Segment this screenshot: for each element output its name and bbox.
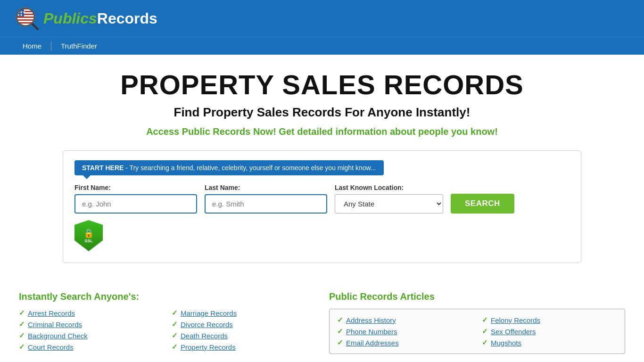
check-icon: ✓	[337, 327, 343, 336]
list-item: ✓ Death Records	[172, 331, 315, 340]
tooltip-text: - Try searching a friend, relative, cele…	[124, 164, 376, 172]
nav-divider	[51, 41, 51, 51]
check-icon: ✓	[482, 316, 488, 324]
main-nav: Home TruthFinder	[0, 37, 644, 55]
bottom-section: Instantly Search Anyone's: ✓ Arrest Reco…	[0, 287, 644, 359]
svg-rect-6	[17, 16, 34, 18]
article-item: ✓ Sex Offenders	[482, 327, 617, 336]
check-icon: ✓	[172, 343, 178, 351]
property-records-link[interactable]: Property Records	[181, 343, 236, 351]
check-icon: ✓	[172, 309, 178, 317]
article-item: ✓ Address History	[337, 316, 472, 324]
lock-icon: 🔒	[83, 228, 94, 239]
check-icon: ✓	[337, 316, 343, 324]
instantly-search-heading: Instantly Search Anyone's:	[19, 291, 315, 302]
articles-col: Public Records Articles ✓ Address Histor…	[329, 291, 625, 354]
divorce-records-link[interactable]: Divorce Records	[181, 321, 233, 329]
main-content: PROPERTY SALES RECORDS Find Property Sal…	[0, 55, 644, 287]
page-subtitle: Find Property Sales Records For Anyone I…	[19, 105, 625, 120]
nav-home[interactable]: Home	[14, 37, 50, 55]
check-icon: ✓	[482, 327, 488, 336]
logo[interactable]: ★★★ ★★ PublicsRecords	[14, 6, 157, 31]
article-item: ✓ Mugshots	[482, 338, 617, 347]
last-name-group: Last Name:	[205, 184, 327, 214]
marriage-records-link[interactable]: Marriage Records	[181, 309, 237, 317]
search-tooltip: START HERE - Try searching a friend, rel…	[74, 160, 384, 175]
first-name-group: First Name:	[74, 184, 197, 214]
check-icon: ✓	[482, 338, 488, 347]
tooltip-bold: START HERE	[82, 164, 124, 172]
articles-box: ✓ Address History ✓ Felony Records ✓ Pho…	[329, 309, 625, 354]
list-item: ✓ Background Check	[19, 331, 162, 340]
svg-rect-7	[17, 19, 34, 21]
location-group: Last Known Location: Any State Alabama A…	[335, 184, 443, 214]
state-select[interactable]: Any State Alabama Alaska Arizona Califor…	[335, 194, 443, 214]
check-icon: ✓	[172, 320, 178, 329]
articles-grid: ✓ Address History ✓ Felony Records ✓ Pho…	[337, 316, 617, 347]
first-name-input[interactable]	[74, 194, 197, 214]
mugshots-link[interactable]: Mugshots	[491, 339, 521, 347]
list-item: ✓ Divorce Records	[172, 320, 315, 329]
criminal-records-link[interactable]: Criminal Records	[28, 321, 82, 329]
court-records-link[interactable]: Court Records	[28, 343, 74, 351]
check-icon: ✓	[19, 331, 25, 340]
page-title: PROPERTY SALES RECORDS	[19, 69, 625, 100]
arrest-records-link[interactable]: Arrest Records	[28, 309, 75, 317]
article-item: ✓ Email Addresses	[337, 338, 472, 347]
check-icon: ✓	[19, 343, 25, 351]
check-icon: ✓	[19, 320, 25, 329]
search-form: START HERE - Try searching a friend, rel…	[63, 150, 581, 263]
felony-records-link[interactable]: Felony Records	[491, 316, 540, 324]
list-item: ✓ Court Records	[19, 343, 162, 351]
first-name-label: First Name:	[74, 184, 197, 191]
list-item: ✓ Property Records	[172, 343, 315, 351]
background-check-link[interactable]: Background Check	[28, 332, 88, 340]
list-item: ✓ Arrest Records	[19, 309, 162, 317]
check-icon: ✓	[19, 309, 25, 317]
email-addresses-link[interactable]: Email Addresses	[346, 339, 399, 347]
ssl-shield: 🔒 SSL	[74, 220, 103, 251]
death-records-link[interactable]: Death Records	[181, 332, 228, 340]
search-fields-row: First Name: Last Name: Last Known Locati…	[74, 184, 570, 214]
article-item: ✓ Felony Records	[482, 316, 617, 324]
instantly-search-col: Instantly Search Anyone's: ✓ Arrest Reco…	[19, 291, 315, 354]
address-history-link[interactable]: Address History	[346, 316, 396, 324]
location-label: Last Known Location:	[335, 184, 443, 191]
svg-line-12	[32, 24, 38, 29]
last-name-input[interactable]	[205, 194, 327, 214]
articles-heading: Public Records Articles	[329, 291, 625, 302]
logo-icon: ★★★ ★★	[14, 6, 40, 31]
article-item: ✓ Phone Numbers	[337, 327, 472, 336]
logo-text: PublicsRecords	[43, 10, 157, 27]
check-icon: ✓	[337, 338, 343, 347]
sex-offenders-link[interactable]: Sex Offenders	[491, 328, 536, 336]
page-cta: Access Public Records Now! Get detailed …	[19, 126, 625, 137]
nav-truthfinder[interactable]: TruthFinder	[52, 37, 106, 55]
phone-numbers-link[interactable]: Phone Numbers	[346, 328, 397, 336]
last-name-label: Last Name:	[205, 184, 327, 191]
ssl-badge-container: 🔒 SSL	[74, 220, 570, 251]
check-icon: ✓	[172, 331, 178, 340]
instantly-search-list: ✓ Arrest Records ✓ Marriage Records ✓ Cr…	[19, 309, 315, 351]
site-header: ★★★ ★★ PublicsRecords	[0, 0, 644, 37]
list-item: ✓ Criminal Records	[19, 320, 162, 329]
ssl-text: SSL	[84, 239, 93, 243]
search-button[interactable]: SEARCH	[451, 194, 514, 214]
list-item: ✓ Marriage Records	[172, 309, 315, 317]
